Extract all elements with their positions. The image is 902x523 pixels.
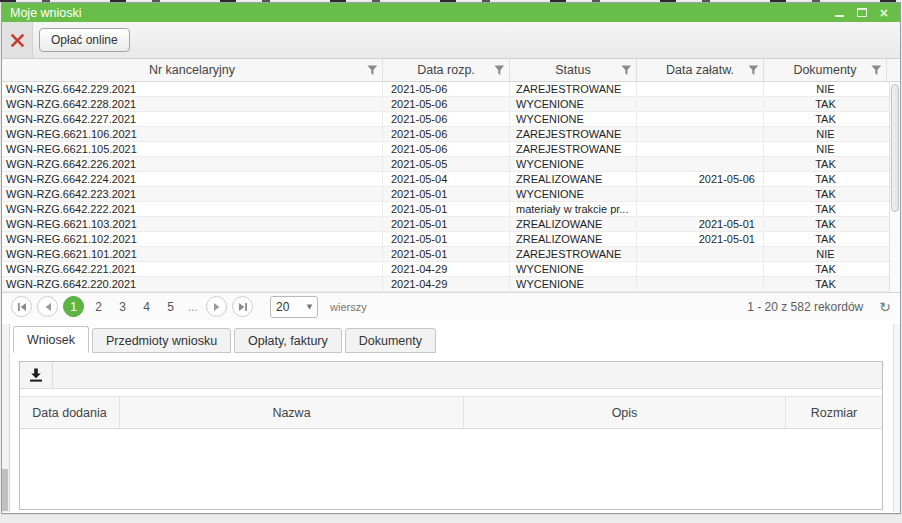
column-header-data-rozp[interactable]: Data rozp. <box>383 59 510 81</box>
last-page-button[interactable] <box>232 296 253 317</box>
filter-icon[interactable] <box>748 65 759 76</box>
cancel-x-icon <box>10 33 25 48</box>
refresh-icon[interactable]: ↻ <box>879 299 891 315</box>
table-row[interactable]: WGN-RZG.6642.226.2021 2021-05-05 WYCENIO… <box>2 157 900 172</box>
cell-dokumenty: TAK <box>764 157 887 171</box>
page-button-4[interactable]: 4 <box>137 296 156 317</box>
table-row[interactable]: WGN-RZG.6642.222.2021 2021-05-01 materia… <box>2 202 900 217</box>
left-scrollbar-thumb[interactable] <box>2 469 8 511</box>
download-icon <box>29 368 43 382</box>
maximize-icon[interactable] <box>857 8 867 17</box>
column-header-nazwa[interactable]: Nazwa <box>120 397 464 428</box>
cell-status: WYCENIONE <box>510 157 637 171</box>
tab-oplaty-faktury[interactable]: Opłaty, faktury <box>234 328 342 353</box>
table-row[interactable]: WGN-RZG.6642.223.2021 2021-05-01 WYCENIO… <box>2 187 900 202</box>
column-header-nr-kancelaryjny[interactable]: Nr kancelaryjny <box>2 59 383 81</box>
page-button-1[interactable]: 1 <box>63 296 84 317</box>
table-row[interactable]: WGN-RZG.6642.220.2021 2021-04-29 WYCENIO… <box>2 277 900 292</box>
cell-dokumenty: TAK <box>764 217 887 231</box>
column-header-data-dodania[interactable]: Data dodania <box>20 397 120 428</box>
cell-nr-kancelaryjny: WGN-RZG.6642.222.2021 <box>2 202 383 216</box>
records-info: 1 - 20 z 582 rekordów <box>747 300 863 314</box>
prev-page-icon <box>44 302 52 312</box>
cell-status: ZAREJESTROWANE <box>510 247 637 261</box>
page-button-2[interactable]: 2 <box>89 296 108 317</box>
window-controls: × <box>835 6 892 20</box>
cell-status: ZREALIZOWANE <box>510 232 637 246</box>
cell-data-zalatw <box>637 187 764 201</box>
filter-icon[interactable] <box>621 65 632 76</box>
table-row[interactable]: WGN-REG.6621.102.2021 2021-05-01 ZREALIZ… <box>2 232 900 247</box>
pay-online-button[interactable]: Opłać online <box>39 28 130 52</box>
close-icon[interactable]: × <box>880 6 888 20</box>
column-header-label: Data dodania <box>32 406 106 420</box>
table-body: WGN-RZG.6642.229.2021 2021-05-06 ZAREJES… <box>2 82 900 292</box>
cell-status: WYCENIONE <box>510 112 637 126</box>
cell-status: materiały w trakcie pr... <box>510 202 637 216</box>
tab-przedmioty-wniosku[interactable]: Przedmioty wniosku <box>92 328 231 353</box>
column-header-dokumenty[interactable]: Dokumenty <box>764 59 887 81</box>
cell-nr-kancelaryjny: WGN-REG.6621.106.2021 <box>2 127 383 141</box>
cell-data-rozp: 2021-04-29 <box>383 277 510 291</box>
next-page-icon <box>213 302 221 312</box>
column-header-label: Opis <box>612 406 638 420</box>
panel-spacer <box>20 389 882 396</box>
column-header-data-zalatw[interactable]: Data załatw. <box>637 59 764 81</box>
cell-data-rozp: 2021-05-01 <box>383 187 510 201</box>
scrollbar-thumb[interactable] <box>891 84 899 212</box>
table-row[interactable]: WGN-RZG.6642.229.2021 2021-05-06 ZAREJES… <box>2 82 900 97</box>
table-row[interactable]: WGN-REG.6621.105.2021 2021-05-06 ZAREJES… <box>2 142 900 157</box>
filter-icon[interactable] <box>367 65 378 76</box>
column-header-status[interactable]: Status <box>510 59 637 81</box>
table-scrollbar[interactable] <box>889 82 900 292</box>
filter-icon[interactable] <box>871 65 882 76</box>
attachments-empty-body <box>20 429 882 509</box>
next-page-button[interactable] <box>206 296 227 317</box>
pages-ellipsis: ... <box>185 300 201 314</box>
table-row[interactable]: WGN-REG.6621.101.2021 2021-05-01 ZAREJES… <box>2 247 900 262</box>
column-header-label: Data załatw. <box>666 63 734 77</box>
table-row[interactable]: WGN-RZG.6642.228.2021 2021-05-06 WYCENIO… <box>2 97 900 112</box>
table-header-row: Nr kancelaryjny Data rozp. Status Data z… <box>2 59 900 82</box>
cell-data-zalatw <box>637 202 764 216</box>
cell-data-rozp: 2021-05-06 <box>383 142 510 156</box>
page-button-3[interactable]: 3 <box>113 296 132 317</box>
cell-dokumenty: TAK <box>764 202 887 216</box>
tab-wniosek[interactable]: Wniosek <box>13 326 89 353</box>
page-button-5[interactable]: 5 <box>161 296 180 317</box>
cell-data-rozp: 2021-05-01 <box>383 202 510 216</box>
cell-dokumenty: NIE <box>764 142 887 156</box>
column-header-rozmiar[interactable]: Rozmiar <box>786 397 882 428</box>
tab-dokumenty[interactable]: Dokumenty <box>345 328 436 353</box>
table-row[interactable]: WGN-REG.6621.106.2021 2021-05-06 ZAREJES… <box>2 127 900 142</box>
cell-data-zalatw <box>637 127 764 141</box>
cell-data-zalatw <box>637 82 764 96</box>
table-row[interactable]: WGN-RZG.6642.221.2021 2021-04-29 WYCENIO… <box>2 262 900 277</box>
cancel-button[interactable] <box>2 22 33 58</box>
cell-dokumenty: NIE <box>764 247 887 261</box>
cell-data-rozp: 2021-05-06 <box>383 127 510 141</box>
minimize-icon[interactable] <box>835 15 844 17</box>
attachments-toolbar <box>20 362 882 389</box>
table-row[interactable]: WGN-RZG.6642.224.2021 2021-05-04 ZREALIZ… <box>2 172 900 187</box>
cell-dokumenty: TAK <box>764 187 887 201</box>
cell-nr-kancelaryjny: WGN-REG.6621.101.2021 <box>2 247 383 261</box>
cell-status: WYCENIONE <box>510 97 637 111</box>
prev-page-button[interactable] <box>37 296 58 317</box>
column-header-label: Dokumenty <box>793 63 856 77</box>
cell-data-zalatw <box>637 142 764 156</box>
download-button[interactable] <box>20 362 53 388</box>
left-scrollbar[interactable] <box>2 324 10 512</box>
column-header-opis[interactable]: Opis <box>464 397 786 428</box>
filter-icon[interactable] <box>494 65 505 76</box>
cell-dokumenty: NIE <box>764 82 887 96</box>
first-page-button[interactable] <box>11 296 32 317</box>
right-scrollbar-track[interactable] <box>893 324 900 512</box>
cell-dokumenty: TAK <box>764 277 887 291</box>
cell-nr-kancelaryjny: WGN-RZG.6642.224.2021 <box>2 172 383 186</box>
table-row[interactable]: WGN-REG.6621.103.2021 2021-05-01 ZREALIZ… <box>2 217 900 232</box>
page-size-dropdown[interactable]: 20 ▼ <box>270 296 318 318</box>
cell-nr-kancelaryjny: WGN-RZG.6642.226.2021 <box>2 157 383 171</box>
cell-status: WYCENIONE <box>510 262 637 276</box>
table-row[interactable]: WGN-RZG.6642.227.2021 2021-05-06 WYCENIO… <box>2 112 900 127</box>
